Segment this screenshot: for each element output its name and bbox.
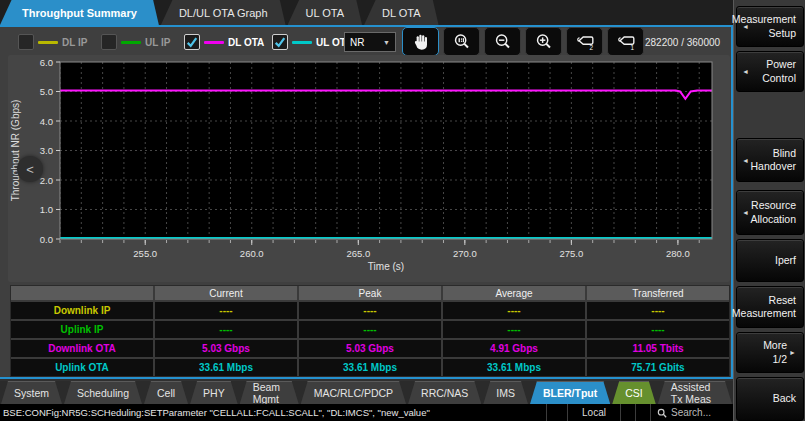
resource-allocation-button[interactable]: ◄ Resource Allocation: [736, 190, 804, 235]
table-header-peak: Peak: [299, 286, 441, 300]
reset-measurement-button[interactable]: Reset Measurement: [736, 286, 804, 328]
row-label-uplink-ota: Uplink OTA: [11, 359, 153, 376]
tab-rrc-nas[interactable]: RRC/NAS: [408, 381, 481, 404]
tech-dropdown-value: NR: [350, 37, 364, 48]
blind-handover-button[interactable]: ◄ Blind Handover: [736, 138, 804, 182]
back-button[interactable]: Back: [736, 377, 804, 421]
table-header-average: Average: [443, 286, 585, 300]
svg-text:2: 2: [589, 43, 593, 50]
svg-text:275.0: 275.0: [559, 248, 583, 259]
uplink-ip-current: ----: [155, 321, 297, 338]
svg-text:2.0: 2.0: [40, 175, 53, 186]
hand-icon: [411, 32, 431, 52]
dl-ip-label: DL IP: [62, 37, 87, 48]
ul-ota-checkbox[interactable]: [272, 34, 288, 50]
svg-text:1.0: 1.0: [40, 204, 53, 215]
table-header-transferred: Transferred: [587, 286, 729, 300]
row-label-downlink-ip: Downlink IP: [11, 302, 153, 319]
chevron-down-icon: ▼: [383, 39, 390, 46]
zoom-in-icon: [534, 32, 554, 52]
downlink-ota-peak: 5.03 Gbps: [299, 340, 441, 357]
tab-ul-ota[interactable]: UL OTA: [288, 0, 363, 25]
marker-2-button[interactable]: 2: [566, 27, 603, 56]
svg-text:Throughput NR (Gbps): Throughput NR (Gbps): [10, 100, 21, 202]
row-label-downlink-ota: Downlink OTA: [11, 340, 153, 357]
ul-ota-line-swatch: [292, 41, 312, 44]
power-control-label: Power Control: [749, 58, 796, 84]
category-tabbar: System Scheduling Cell PHY Beam Mgmt MAC…: [0, 381, 734, 404]
legend-item-ul-ota: UL OTA: [272, 27, 352, 57]
tab-dl-ota[interactable]: DL OTA: [364, 0, 439, 25]
tab-ims[interactable]: IMS: [483, 381, 528, 404]
svg-text:6.0: 6.0: [40, 57, 53, 68]
marker-1-button[interactable]: 1: [607, 27, 644, 56]
pan-tool-button[interactable]: [402, 27, 439, 56]
left-arrow-icon: ◄: [742, 209, 749, 216]
measurement-setup-button[interactable]: ◄ Measurement Setup: [736, 6, 804, 47]
throughput-table: Current Peak Average Transferred Downlin…: [10, 285, 730, 377]
downlink-ota-average: 4.91 Gbps: [443, 340, 585, 357]
tab-assisted-tx-meas[interactable]: Assisted Tx Meas: [658, 381, 732, 404]
dl-ota-line-swatch: [204, 41, 224, 44]
tab-beam-mgmt[interactable]: Beam Mgmt: [240, 381, 299, 404]
zoom-in-button[interactable]: [525, 27, 562, 56]
tab-bler-tput[interactable]: BLER/Tput: [530, 381, 610, 404]
svg-text:4.0: 4.0: [40, 116, 53, 127]
tab-mac-rlc-pdcp[interactable]: MAC/RLC/PDCP: [301, 381, 406, 404]
graph-tabbar: Throughput Summary DL/UL OTA Graph UL OT…: [0, 0, 733, 25]
svg-text:0.0: 0.0: [40, 234, 53, 245]
tab-cell[interactable]: Cell: [144, 381, 188, 404]
downlink-ip-transferred: ----: [587, 302, 729, 319]
power-control-button[interactable]: ◄ Power Control: [736, 51, 804, 92]
search-placeholder: Search...: [671, 407, 711, 418]
zoom-out-icon: [493, 32, 513, 52]
ul-ip-checkbox[interactable]: [101, 34, 117, 50]
tab-system[interactable]: System: [1, 381, 62, 404]
uplink-ota-average: 33.61 Mbps: [443, 359, 585, 376]
status-cell-empty-1: [546, 404, 567, 421]
downlink-ota-current: 5.03 Gbps: [155, 340, 297, 357]
legend-item-dl-ip: DL IP: [18, 27, 87, 57]
downlink-ip-current: ----: [155, 302, 297, 319]
collapse-panel-handle[interactable]: <: [17, 156, 43, 182]
zoom-reset-button[interactable]: [443, 27, 480, 56]
tab-dlul-ota-graph[interactable]: DL/UL OTA Graph: [161, 0, 286, 25]
left-arrow-icon: ◄: [742, 68, 749, 75]
uplink-ota-transferred: 75.71 Gbits: [587, 359, 729, 376]
dl-ota-checkbox[interactable]: [184, 34, 200, 50]
row-label-uplink-ip: Uplink IP: [11, 321, 153, 338]
content-window: DL IP UL IP DL OTA: [0, 25, 733, 379]
back-label: Back: [773, 392, 796, 405]
legend-toolbar-row: DL IP UL IP DL OTA: [0, 27, 729, 57]
iperf-label: Iperf: [775, 254, 796, 267]
left-arrow-icon: ◄: [742, 23, 749, 30]
status-cell-empty-3: [635, 404, 650, 421]
tab-csi[interactable]: CSI: [612, 381, 656, 404]
svg-text:3.0: 3.0: [40, 145, 53, 156]
downlink-ip-average: ----: [443, 302, 585, 319]
tech-dropdown[interactable]: NR ▼: [344, 32, 396, 52]
throughput-graph-panel: 255.0260.0265.0270.0275.0280.00.01.02.03…: [8, 55, 730, 282]
downlink-ota-transferred: 11.05 Tbits: [587, 340, 729, 357]
search-input[interactable]: Search...: [650, 404, 733, 421]
marker-2-icon: 2: [574, 32, 596, 52]
dl-ip-checkbox[interactable]: [18, 34, 34, 50]
svg-text:270.0: 270.0: [453, 248, 477, 259]
search-icon: [657, 408, 667, 418]
svg-text:5.0: 5.0: [40, 86, 53, 97]
table-header-current: Current: [155, 286, 297, 300]
throughput-chart[interactable]: 255.0260.0265.0270.0275.0280.00.01.02.03…: [8, 55, 730, 282]
more-pages-button[interactable]: More 1/2 ►: [736, 332, 804, 373]
uplink-ip-average: ----: [443, 321, 585, 338]
iperf-button[interactable]: Iperf: [736, 239, 804, 282]
sweep-counter: 282200 / 360000: [645, 27, 720, 57]
downlink-ip-peak: ----: [299, 302, 441, 319]
dl-ota-label: DL OTA: [228, 37, 264, 48]
zoom-out-button[interactable]: [484, 27, 521, 56]
tab-scheduling[interactable]: Scheduling: [64, 381, 142, 404]
tab-phy[interactable]: PHY: [190, 381, 238, 404]
scpi-command-text: BSE:CONFig:NR5G:SCHeduling:SETParameter …: [0, 404, 546, 421]
legend-item-dl-ota: DL OTA: [184, 27, 264, 57]
tab-throughput-summary[interactable]: Throughput Summary: [0, 0, 159, 25]
zoom-reset-icon: [452, 32, 472, 52]
